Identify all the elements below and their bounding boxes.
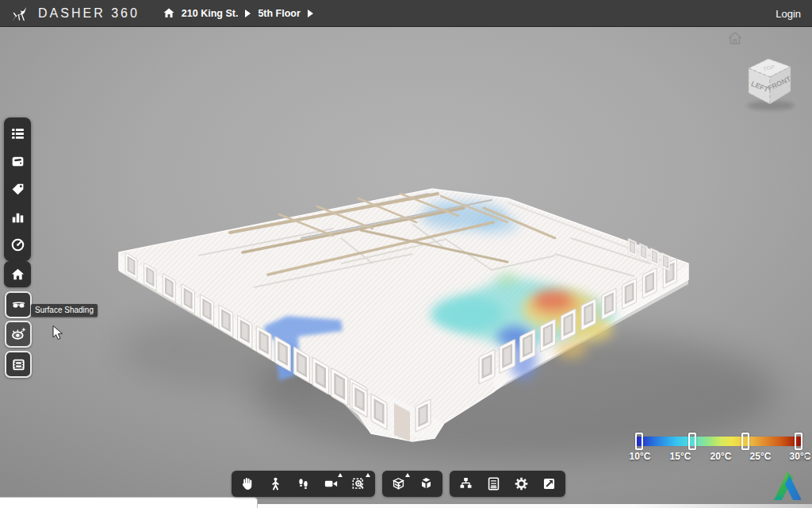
camera-tool-button[interactable] — [317, 471, 345, 497]
first-person-tool-button[interactable] — [262, 471, 289, 497]
legend-tick: 10°C — [630, 451, 651, 462]
walk-tool-button[interactable] — [289, 471, 317, 497]
submenu-caret-icon — [338, 473, 343, 477]
properties-panel-button[interactable] — [480, 471, 508, 497]
list-icon — [10, 126, 25, 141]
legend-handle-3[interactable] — [741, 433, 749, 450]
top-bar: DASHER 360 210 King St. 5th Floor Login — [0, 0, 812, 27]
settings-button[interactable] — [508, 471, 535, 497]
breadcrumb: 210 King St. 5th Floor — [163, 8, 313, 19]
bottom-left-panel-edge — [0, 497, 258, 508]
glasses-tool-button[interactable] — [5, 291, 32, 318]
toolbar-group-settings — [450, 471, 565, 497]
home-icon — [10, 267, 25, 282]
legend-tick: 20°C — [710, 451, 732, 462]
viewcube[interactable]: TOP LEFT FRONT — [747, 59, 795, 110]
mouse-cursor — [52, 325, 65, 341]
pan-tool-button[interactable] — [234, 471, 262, 497]
gear-icon — [514, 476, 529, 491]
legend-resize-grip[interactable] — [798, 454, 807, 462]
gauge-icon — [10, 237, 25, 252]
pan-hand-icon — [240, 476, 255, 491]
zoom-window-tool-button[interactable] — [345, 471, 373, 497]
app-title: DASHER 360 — [38, 6, 140, 21]
autodesk-logo — [772, 468, 802, 502]
toolbar-group-model-tools — [382, 471, 442, 497]
breadcrumb-home-icon — [163, 8, 174, 18]
breadcrumb-item-floor[interactable]: 5th Floor — [258, 8, 300, 19]
footprints-icon — [296, 476, 311, 491]
viewcube-home-button[interactable] — [727, 31, 743, 46]
section-tool-button[interactable] — [385, 471, 412, 497]
explode-tool-button[interactable] — [412, 471, 440, 497]
chevron-right-icon — [245, 10, 251, 17]
temperature-gradient-bar[interactable] — [637, 437, 801, 446]
film-tool-button[interactable] — [5, 351, 32, 378]
breadcrumb-item-building[interactable]: 210 King St. — [182, 8, 239, 19]
surface-shading-button[interactable] — [5, 321, 32, 348]
bottom-toolbar — [232, 471, 565, 497]
sensor-icon — [10, 154, 25, 169]
properties-icon — [486, 476, 501, 491]
sidebar-panel — [4, 117, 31, 261]
sidebar-home-button[interactable] — [4, 261, 31, 287]
video-camera-icon — [324, 476, 339, 491]
section-cube-icon — [391, 476, 406, 491]
film-icon — [11, 357, 26, 372]
sidebar-sensor-button[interactable] — [4, 148, 31, 175]
model-tree-icon — [458, 476, 473, 491]
chevron-right-icon — [308, 10, 313, 17]
surface-shading-eye-icon — [10, 326, 26, 342]
surface-shading-tooltip: Surface Shading — [31, 304, 98, 317]
person-icon — [268, 476, 283, 491]
legend-handle-2[interactable] — [688, 433, 696, 450]
legend-tick: 25°C — [750, 451, 772, 462]
glasses-icon — [11, 298, 26, 313]
zoom-window-icon — [351, 476, 366, 491]
toolbar-group-navigation — [232, 471, 375, 497]
login-link[interactable]: Login — [776, 0, 801, 27]
legend-tick: 15°C — [670, 451, 691, 462]
sidebar-chart-button[interactable] — [4, 203, 31, 231]
fullscreen-icon — [542, 476, 557, 491]
sidebar-gauge-button[interactable] — [4, 231, 31, 259]
model-browser-button[interactable] — [452, 471, 480, 497]
bar-chart-icon — [10, 210, 25, 225]
submenu-caret-icon — [366, 473, 370, 477]
fullscreen-button[interactable] — [535, 471, 563, 497]
legend-handle-min[interactable] — [635, 433, 643, 450]
explode-cube-icon — [419, 476, 434, 491]
temperature-legend: 10°C 15°C 20°C 25°C 30°C — [633, 432, 806, 465]
dasher-logo-icon — [11, 4, 30, 23]
sidebar-tag-button[interactable] — [4, 175, 31, 203]
legend-tick-labels: 10°C 15°C 20°C 25°C 30°C — [633, 451, 806, 464]
submenu-caret-icon — [405, 473, 410, 477]
home-icon — [729, 33, 741, 44]
tag-icon — [10, 182, 25, 197]
legend-handle-max[interactable] — [795, 433, 802, 450]
sidebar-list-button[interactable] — [4, 120, 31, 148]
